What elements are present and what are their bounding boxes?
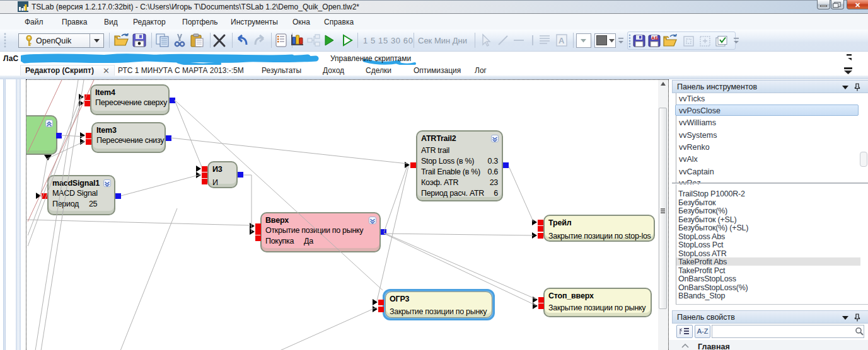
svg-text:АБ: АБ <box>651 35 659 41</box>
svg-text:A: A <box>558 36 565 45</box>
